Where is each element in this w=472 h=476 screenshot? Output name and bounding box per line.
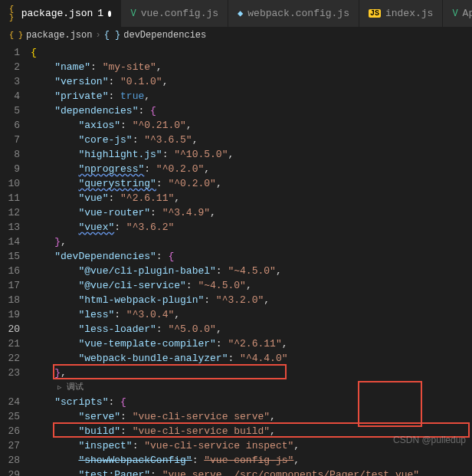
code-area[interactable]: { "name": "my-site", "version": "0.1.0",…: [31, 44, 472, 476]
codelens-debug[interactable]: ▷ 调试: [31, 380, 472, 395]
tab-dirty-indicator: 1: [97, 8, 103, 19]
tab-label: webpack.config.js: [247, 8, 349, 19]
breadcrumb-file: package.json: [26, 30, 92, 41]
tab-package-json[interactable]: { } package.json 1: [0, 0, 121, 27]
breadcrumb-brace: { }: [104, 30, 121, 41]
tab-label: vue.config.js: [141, 8, 218, 19]
vue-icon: V: [130, 8, 136, 19]
js-icon: JS: [369, 9, 381, 18]
close-icon[interactable]: [108, 11, 111, 17]
tab-bar: { } package.json 1 V vue.config.js ◆ web…: [0, 0, 472, 27]
json-icon: { }: [9, 5, 17, 22]
tab-label: App.vue: [463, 8, 472, 19]
webpack-icon: ◆: [238, 8, 243, 19]
tab-vue-config[interactable]: V vue.config.js: [121, 0, 228, 27]
chevron-right-icon: ›: [95, 30, 100, 41]
code-editor[interactable]: 1234567891011121314151617181920212223242…: [0, 44, 472, 476]
tab-webpack-config[interactable]: ◆ webpack.config.js: [228, 0, 359, 27]
json-icon: { }: [9, 31, 23, 40]
vue-icon: V: [452, 8, 457, 19]
tab-index-js[interactable]: JS index.js: [359, 0, 443, 27]
tab-label: index.js: [385, 8, 433, 19]
breadcrumb-symbol: devDependencies: [123, 30, 206, 41]
tab-label: package.json: [21, 8, 93, 19]
breadcrumb[interactable]: { } package.json › { } devDependencies: [0, 27, 472, 44]
line-gutter: 1234567891011121314151617181920212223242…: [0, 44, 31, 476]
tab-app-vue[interactable]: V App.vue: [443, 0, 472, 27]
